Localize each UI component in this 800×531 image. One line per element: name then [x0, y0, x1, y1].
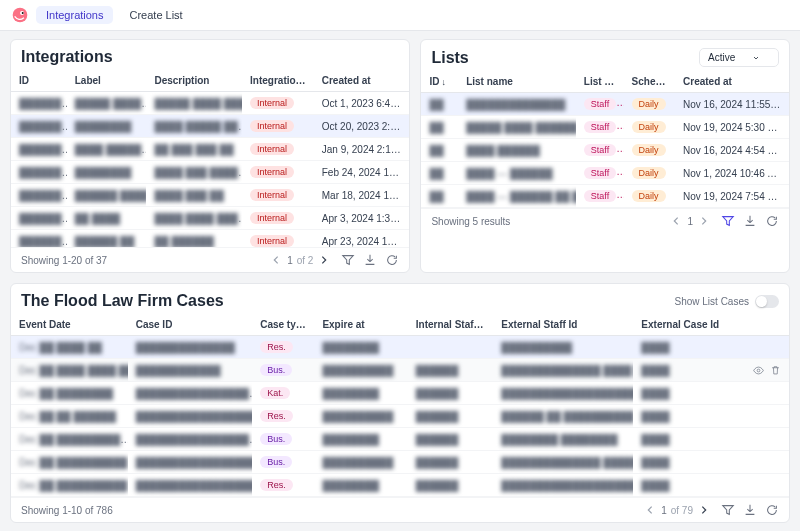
- cell-desc: ██ ██████: [154, 236, 213, 247]
- pager-next[interactable]: [697, 214, 711, 228]
- refresh-icon[interactable]: [765, 214, 779, 228]
- cell-expire: ████████: [322, 342, 379, 353]
- table-row[interactable]: Dec ██ ████ ████ ██ ████████████ Bus. ██…: [11, 359, 789, 382]
- table-row[interactable]: ██████ █████ ████ █████ ████ ████ Intern…: [11, 92, 409, 115]
- column-header[interactable]: Schedule: [624, 71, 675, 93]
- tab-create-list[interactable]: Create List: [119, 6, 192, 24]
- pager-prev[interactable]: [669, 214, 683, 228]
- cell-expire: ██████████: [322, 457, 393, 468]
- column-header[interactable]: List name: [458, 71, 576, 93]
- download-icon[interactable]: [363, 253, 377, 267]
- lists-panel: Lists Active ID↓List nameList typeSchedu…: [420, 39, 790, 273]
- pager-next[interactable]: [317, 253, 331, 267]
- cell-actions: [742, 451, 789, 474]
- cell-event: Dec ██ █████████: [19, 434, 120, 445]
- table-row[interactable]: Dec ██ ██████████ ██████████████████ Bus…: [11, 451, 789, 474]
- filter-icon[interactable]: [721, 214, 735, 228]
- filter-icon[interactable]: [341, 253, 355, 267]
- column-header[interactable]: Expire at: [314, 314, 407, 336]
- lists-filter-select[interactable]: Active: [699, 48, 779, 67]
- cell-extstaff: ████████████████████: [501, 480, 633, 491]
- column-header[interactable]: ID: [11, 70, 67, 92]
- table-row[interactable]: ██████ ██ ████ ████ ████ ███ Internal Ap…: [11, 207, 409, 230]
- cell-caseid: ██████████████████: [136, 457, 252, 468]
- cell-id: ██████: [19, 213, 62, 224]
- table-row[interactable]: ██████ ██████ ████ ████ ███ ██ Internal …: [11, 184, 409, 207]
- table-row[interactable]: ██████ ████████ ████ █████ ██ Internal O…: [11, 115, 409, 138]
- badge-list-type: Staff: [584, 121, 616, 133]
- column-header[interactable]: Internal Staff Id: [408, 314, 494, 336]
- table-row[interactable]: Dec ██ ██████████ ██████████████████ Res…: [11, 474, 789, 497]
- table-row[interactable]: Dec ██ ████████ ████████████████ Kat. ██…: [11, 382, 789, 405]
- table-row[interactable]: ██ ████ ██████ Staff Daily Nov 16, 2024 …: [421, 139, 789, 162]
- column-header[interactable]: List type: [576, 71, 624, 93]
- column-header[interactable]: Case ID: [128, 314, 252, 336]
- table-row[interactable]: Dec ██ █████████ ████████████████ Bus. █…: [11, 428, 789, 451]
- trash-icon[interactable]: [770, 365, 781, 376]
- column-header[interactable]: External Case Id: [633, 314, 742, 336]
- cell-extstaff: ██████████████ ████ ██: [501, 365, 633, 376]
- column-header[interactable]: Created at: [314, 70, 410, 92]
- cell-event: Dec ██ ██████████: [19, 480, 127, 491]
- table-row[interactable]: Dec ██ ██ ██████ ██████████████████ Res.…: [11, 405, 789, 428]
- download-icon[interactable]: [743, 503, 757, 517]
- column-header[interactable]: Description: [146, 70, 242, 92]
- column-header[interactable]: Label: [67, 70, 147, 92]
- badge-list-type: Staff: [584, 144, 616, 156]
- cell-desc: ████ ████ ███: [154, 213, 238, 224]
- table-row[interactable]: ██ ████ — ██████ ██ ██ Staff Daily Nov 1…: [421, 185, 789, 208]
- column-header[interactable]: ID↓: [421, 71, 458, 93]
- cell-extstaff: ████████ ████████: [501, 434, 617, 445]
- column-header[interactable]: Created at: [675, 71, 789, 93]
- cell-extcase: ████: [641, 411, 669, 422]
- cell-label: █████ ████: [75, 98, 142, 109]
- table-row[interactable]: ██ ██████████████ Staff Daily Nov 16, 20…: [421, 93, 789, 116]
- tab-integrations[interactable]: Integrations: [36, 6, 113, 24]
- cell-expire: ████████: [322, 388, 379, 399]
- top-tabs: Integrations Create List: [36, 6, 193, 24]
- refresh-icon[interactable]: [765, 503, 779, 517]
- column-header[interactable]: Event Date: [11, 314, 128, 336]
- pager-page: 1: [287, 255, 293, 266]
- badge-case-type: Bus.: [260, 456, 292, 468]
- filter-icon[interactable]: [721, 503, 735, 517]
- pager-next[interactable]: [697, 503, 711, 517]
- cell-created: Oct 20, 2023 2:2…: [314, 115, 410, 138]
- column-header[interactable]: [742, 314, 789, 336]
- download-icon[interactable]: [743, 214, 757, 228]
- cell-caseid: ████████████████: [136, 388, 249, 399]
- cell-extstaff: ██████████████ ████████: [501, 457, 633, 468]
- cell-actions: [742, 382, 789, 405]
- cell-event: Dec ██ ██ ██████: [19, 411, 116, 422]
- badge-case-type: Res.: [260, 341, 293, 353]
- cell-listname: ████ — ██████: [466, 168, 552, 179]
- badge-schedule: Daily: [632, 144, 666, 156]
- cell-label: ████████: [75, 167, 132, 178]
- badge-list-type: Staff: [584, 190, 616, 202]
- cell-expire: ██████████: [322, 411, 393, 422]
- cell-extcase: ████: [641, 342, 669, 353]
- cell-id: ██: [429, 191, 443, 202]
- eye-icon[interactable]: [753, 365, 764, 376]
- table-row[interactable]: ██████ ████ █████ ██ ███ ███ ██ Internal…: [11, 138, 409, 161]
- refresh-icon[interactable]: [385, 253, 399, 267]
- cell-extcase: ████: [641, 480, 669, 491]
- cell-caseid: ██████████████: [136, 342, 235, 353]
- table-row[interactable]: ██ ████ — ██████ Staff Daily Nov 1, 2024…: [421, 162, 789, 185]
- badge-integration-type: Internal: [250, 143, 294, 155]
- table-row[interactable]: ██████ ████████ ████ ███ ████ Internal F…: [11, 161, 409, 184]
- cell-created: Oct 1, 2023 6:47 …: [314, 92, 410, 115]
- cell-actions: [742, 405, 789, 428]
- cell-created: Apr 23, 2024 10:…: [314, 230, 410, 248]
- column-header[interactable]: Integration type: [242, 70, 314, 92]
- show-list-cases-toggle[interactable]: [755, 295, 779, 308]
- table-row[interactable]: ██ █████ ████ ██████ Staff Daily Nov 19,…: [421, 116, 789, 139]
- table-row[interactable]: Dec ██ ████ ██ ██████████████ Res. █████…: [11, 336, 789, 359]
- column-header[interactable]: External Staff Id: [493, 314, 633, 336]
- badge-integration-type: Internal: [250, 212, 294, 224]
- column-header[interactable]: Case type: [252, 314, 314, 336]
- pager-prev[interactable]: [269, 253, 283, 267]
- table-row[interactable]: ██████ ██████ ██ ██ ██████ Internal Apr …: [11, 230, 409, 248]
- cell-actions: [742, 336, 789, 359]
- pager-prev[interactable]: [643, 503, 657, 517]
